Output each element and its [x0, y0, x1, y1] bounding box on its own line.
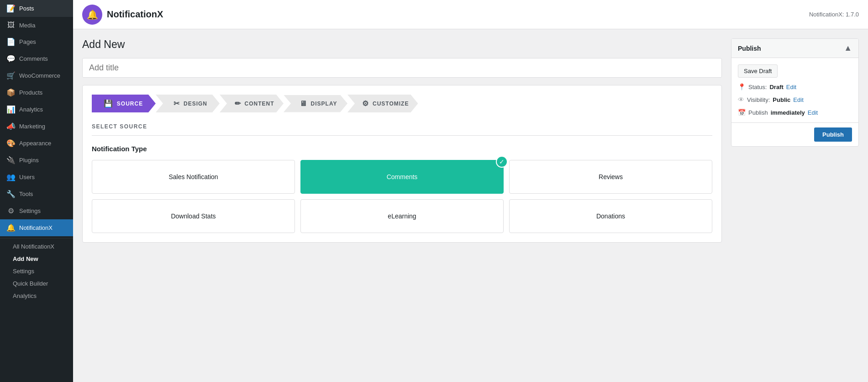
steps-bar: 💾SOURCE✂DESIGN✏CONTENT🖥DISPLAY⚙CUSTOMIZE	[92, 95, 712, 112]
visibility-value: Public	[773, 96, 790, 103]
source-step-icon: 💾	[104, 99, 113, 108]
calendar-icon: 📅	[738, 109, 746, 116]
donations-card-label: Donations	[596, 212, 625, 220]
publish-header: Publish ▲	[731, 39, 858, 58]
sidebar-item-label: Tools	[19, 191, 33, 197]
notification-card-download-stats[interactable]: Download Stats	[92, 199, 295, 233]
sidebar-item-media[interactable]: 🖼Media	[0, 17, 73, 33]
sidebar-item-marketing[interactable]: 📣Marketing	[0, 118, 73, 135]
notificationx-icon: 🔔	[6, 223, 16, 232]
notificationx-logo-icon: 🔔	[82, 5, 102, 25]
status-row: 📍 Status: Draft Edit	[738, 83, 852, 90]
visibility-edit-link[interactable]: Edit	[793, 96, 803, 103]
page-title: Add New	[82, 38, 722, 51]
sidebar-item-label: WooCommerce	[19, 72, 60, 79]
sidebar-item-users[interactable]: 👥Users	[0, 169, 73, 186]
sidebar-item-label: NotificationX	[19, 224, 53, 231]
sidebar-item-label: Posts	[19, 5, 34, 12]
sidebar-item-appearance[interactable]: 🎨Appearance	[0, 135, 73, 152]
step-design[interactable]: ✂DESIGN	[156, 95, 220, 112]
sidebar-item-label: Comments	[19, 55, 48, 62]
woocommerce-icon: 🛒	[6, 71, 16, 80]
content-step-icon: ✏	[235, 99, 241, 108]
status-label: Status:	[748, 84, 767, 90]
sidebar-item-label: Users	[19, 174, 35, 180]
sidebar-sub-item-analytics[interactable]: Analytics	[0, 290, 73, 302]
notification-grid: Sales NotificationComments✓ReviewsDownlo…	[92, 160, 712, 233]
status-value: Draft	[769, 84, 783, 90]
publish-time-edit-link[interactable]: Edit	[808, 109, 818, 116]
notification-card-elearning[interactable]: eLearning	[300, 199, 504, 233]
sidebar-item-plugins[interactable]: 🔌Plugins	[0, 152, 73, 169]
download-stats-card-label: Download Stats	[171, 212, 216, 220]
save-draft-button[interactable]: Save Draft	[738, 64, 778, 78]
customize-step-label: CUSTOMIZE	[373, 101, 409, 107]
notification-card-reviews[interactable]: Reviews	[509, 160, 712, 194]
publish-collapse-icon[interactable]: ▲	[844, 43, 852, 53]
sidebar-item-analytics[interactable]: 📊Analytics	[0, 101, 73, 118]
sidebar-sub-item-add-new[interactable]: Add New	[0, 253, 73, 265]
users-icon: 👥	[6, 173, 16, 181]
svg-text:🔔: 🔔	[87, 9, 98, 20]
sidebar-item-label: Plugins	[19, 157, 39, 164]
visibility-row: 👁 Visibility: Public Edit	[738, 96, 852, 103]
sidebar-item-settings[interactable]: ⚙Settings	[0, 202, 73, 219]
topbar: 🔔 NotificationX NotificationX: 1.7.0	[73, 0, 868, 29]
content-step-label: CONTENT	[245, 101, 274, 107]
notification-card-donations[interactable]: Donations	[509, 199, 712, 233]
sidebar-sub-item-settings[interactable]: Settings	[0, 265, 73, 277]
sidebar-item-label: Products	[19, 89, 42, 96]
publish-time-row: 📅 Publish immediately Edit	[738, 109, 852, 116]
plugins-icon: 🔌	[6, 156, 16, 164]
publish-title: Publish	[738, 45, 761, 52]
products-icon: 📦	[6, 88, 16, 97]
sidebar-item-label: Appearance	[19, 140, 51, 147]
sidebar-item-pages[interactable]: 📄Pages	[0, 33, 73, 50]
design-step-icon: ✂	[174, 99, 180, 108]
sidebar-item-label: Marketing	[19, 123, 45, 130]
logo-title: NotificationX	[107, 9, 163, 20]
sidebar-item-label: Analytics	[19, 106, 43, 113]
pages-icon: 📄	[6, 37, 16, 46]
sidebar-item-products[interactable]: 📦Products	[0, 84, 73, 101]
publish-footer: Publish	[731, 122, 858, 146]
visibility-icon: 👁	[738, 96, 744, 103]
display-step-label: DISPLAY	[311, 101, 337, 107]
sidebar-item-label: Pages	[19, 38, 36, 45]
elearning-card-label: eLearning	[388, 212, 416, 220]
comments-card-label: Comments	[387, 173, 418, 180]
step-source[interactable]: 💾SOURCE	[92, 95, 156, 112]
sidebar-item-comments[interactable]: 💬Comments	[0, 50, 73, 67]
sidebar-item-notificationx[interactable]: 🔔NotificationX	[0, 219, 73, 236]
sidebar-item-posts[interactable]: 📝Posts	[0, 0, 73, 17]
status-icon: 📍	[738, 83, 746, 90]
visibility-label: Visibility:	[747, 96, 770, 103]
publish-button[interactable]: Publish	[814, 127, 852, 142]
design-step-label: DESIGN	[184, 101, 207, 107]
notification-card-comments[interactable]: Comments✓	[300, 160, 504, 194]
step-content[interactable]: ✏CONTENT	[220, 95, 284, 112]
status-edit-link[interactable]: Edit	[786, 84, 796, 90]
sidebar-item-label: Media	[19, 22, 35, 29]
sidebar-sub-item-quick-builder[interactable]: Quick Builder	[0, 277, 73, 290]
sales-card-label: Sales Notification	[168, 173, 218, 180]
title-input[interactable]	[82, 58, 722, 78]
step-display[interactable]: 🖥DISPLAY	[284, 95, 347, 112]
settings-icon: ⚙	[6, 207, 16, 215]
publish-panel: Publish ▲ Save Draft 📍 Status: Draft Edi…	[731, 38, 859, 373]
steps-container: 💾SOURCE✂DESIGN✏CONTENT🖥DISPLAY⚙CUSTOMIZE…	[82, 85, 722, 243]
source-step-label: SOURCE	[117, 101, 143, 107]
publish-box: Publish ▲ Save Draft 📍 Status: Draft Edi…	[731, 38, 859, 147]
marketing-icon: 📣	[6, 122, 16, 131]
sidebar-item-tools[interactable]: 🔧Tools	[0, 186, 73, 202]
sidebar-item-label: Settings	[19, 207, 41, 214]
notification-card-sales[interactable]: Sales Notification	[92, 160, 295, 194]
publish-body: Save Draft 📍 Status: Draft Edit 👁 Visibi…	[731, 58, 858, 122]
logo-container: 🔔 NotificationX	[82, 5, 163, 25]
step-customize[interactable]: ⚙CUSTOMIZE	[347, 95, 418, 112]
notificationx-submenu: All NotificationXAdd NewSettingsQuick Bu…	[0, 238, 73, 302]
analytics-icon: 📊	[6, 105, 16, 114]
sidebar-item-woocommerce[interactable]: 🛒WooCommerce	[0, 67, 73, 84]
notification-type-title: Notification Type	[92, 145, 712, 153]
sidebar-sub-item-all-notificationx[interactable]: All NotificationX	[0, 240, 73, 253]
